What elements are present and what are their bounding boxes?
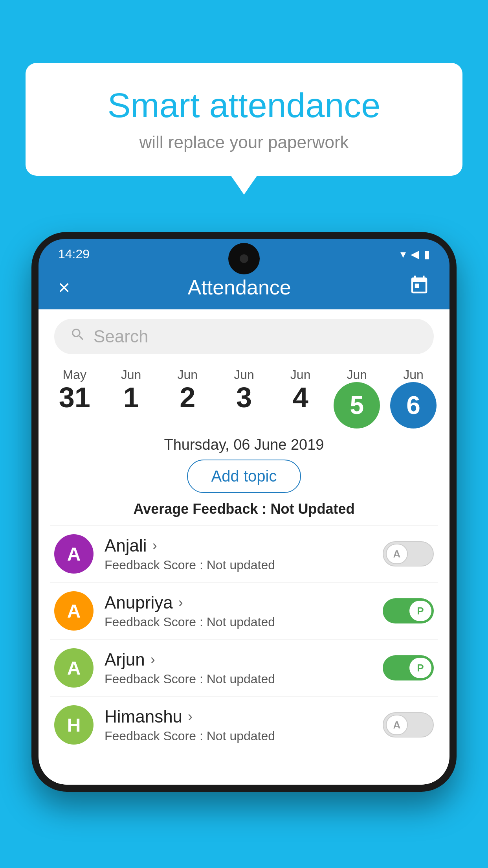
- status-icons: ▾ ◀ ▮: [400, 248, 430, 261]
- student-name-text: Anjali: [105, 536, 147, 555]
- phone-container: 14:29 ▾ ◀ ▮ × Attendance: [31, 232, 457, 868]
- avatar: A: [54, 648, 94, 688]
- student-name: Anjali›: [105, 536, 383, 555]
- status-bar: 14:29 ▾ ◀ ▮: [39, 239, 449, 265]
- student-name: Arjun›: [105, 650, 383, 669]
- feedback-label: Feedback Score :: [105, 615, 207, 629]
- chevron-right-icon: ›: [150, 651, 155, 668]
- notch-camera: [240, 254, 248, 263]
- speech-bubble: Smart attendance will replace your paper…: [26, 63, 462, 176]
- attendance-toggle[interactable]: A: [383, 541, 434, 566]
- toggle-knob: P: [409, 658, 431, 678]
- student-item[interactable]: AAnjali›Feedback Score : Not updatedA: [50, 525, 438, 582]
- feedback-score: Feedback Score : Not updated: [105, 729, 383, 743]
- student-info: Himanshu›Feedback Score : Not updated: [105, 707, 383, 743]
- student-item[interactable]: HHimanshu›Feedback Score : Not updatedA: [50, 696, 438, 753]
- calendar-day[interactable]: Jun3: [218, 368, 270, 428]
- signal-icon: ◀: [411, 248, 419, 261]
- student-item[interactable]: AAnupriya›Feedback Score : Not updatedP: [50, 582, 438, 639]
- calendar-day[interactable]: Jun1: [106, 368, 157, 428]
- cal-date: 1: [123, 382, 139, 413]
- toggle-container[interactable]: P: [383, 655, 434, 680]
- add-topic-button[interactable]: Add topic: [187, 460, 301, 493]
- speech-bubble-container: Smart attendance will replace your paper…: [26, 63, 462, 176]
- cal-month: Jun: [403, 368, 424, 382]
- toggle-knob: P: [409, 601, 431, 621]
- avatar: A: [54, 591, 94, 631]
- cal-month: Jun: [290, 368, 311, 382]
- feedback-label: Feedback Score :: [105, 729, 207, 743]
- cal-month: Jun: [121, 368, 141, 382]
- phone: 14:29 ▾ ◀ ▮ × Attendance: [31, 232, 457, 792]
- close-button[interactable]: ×: [58, 276, 70, 299]
- app-screen: × Attendance Search: [39, 265, 449, 785]
- toggle-knob: A: [386, 715, 408, 735]
- attendance-toggle[interactable]: A: [383, 712, 434, 737]
- attendance-toggle[interactable]: P: [383, 598, 434, 623]
- student-list: AAnjali›Feedback Score : Not updatedAAAn…: [39, 525, 449, 753]
- cal-month: Jun: [234, 368, 254, 382]
- student-name-text: Arjun: [105, 650, 145, 669]
- student-name-text: Anupriya: [105, 593, 173, 612]
- calendar-icon[interactable]: [409, 275, 430, 300]
- app-title: Attendance: [188, 276, 291, 299]
- bubble-subtitle: will replace your paperwork: [57, 132, 431, 152]
- cal-month: Jun: [177, 368, 198, 382]
- feedback-value: Not updated: [207, 729, 275, 743]
- battery-icon: ▮: [424, 248, 430, 261]
- average-feedback: Average Feedback : Not Updated: [39, 501, 449, 525]
- calendar-day[interactable]: May31: [49, 368, 100, 428]
- attendance-toggle[interactable]: P: [383, 655, 434, 680]
- calendar-day[interactable]: Jun5: [331, 368, 382, 428]
- cal-date: 2: [180, 382, 195, 413]
- calendar-day[interactable]: Jun4: [275, 368, 326, 428]
- student-info: Arjun›Feedback Score : Not updated: [105, 650, 383, 686]
- student-name: Anupriya›: [105, 593, 383, 612]
- avatar: A: [54, 534, 94, 574]
- bubble-title: Smart attendance: [57, 86, 431, 125]
- cal-date-selected: 5: [334, 382, 380, 428]
- cal-month: May: [63, 368, 86, 382]
- cal-date: 31: [59, 382, 90, 413]
- cal-date: 4: [293, 382, 308, 413]
- bottom-fade: [39, 753, 449, 785]
- student-info: Anupriya›Feedback Score : Not updated: [105, 593, 383, 629]
- cal-date-selected: 6: [390, 382, 437, 428]
- selected-date-label: Thursday, 06 June 2019: [39, 428, 449, 460]
- avg-feedback-value: Not Updated: [270, 501, 354, 517]
- feedback-value: Not updated: [207, 558, 275, 572]
- calendar-day[interactable]: Jun2: [162, 368, 213, 428]
- chevron-right-icon: ›: [178, 594, 183, 611]
- toggle-knob: A: [386, 544, 408, 564]
- chevron-right-icon: ›: [188, 708, 193, 725]
- search-placeholder: Search: [94, 327, 148, 346]
- student-info: Anjali›Feedback Score : Not updated: [105, 536, 383, 572]
- calendar-day[interactable]: Jun6: [388, 368, 439, 428]
- toggle-container[interactable]: P: [383, 598, 434, 623]
- student-name: Himanshu›: [105, 707, 383, 726]
- feedback-label: Feedback Score :: [105, 558, 207, 572]
- cal-date: 3: [236, 382, 252, 413]
- search-bar[interactable]: Search: [54, 319, 434, 354]
- feedback-label: Feedback Score :: [105, 672, 207, 686]
- feedback-score: Feedback Score : Not updated: [105, 615, 383, 629]
- search-icon: [70, 327, 86, 346]
- cal-month: Jun: [347, 368, 367, 382]
- feedback-score: Feedback Score : Not updated: [105, 672, 383, 686]
- toggle-container[interactable]: A: [383, 712, 434, 737]
- feedback-value: Not updated: [207, 615, 275, 629]
- calendar-strip: May31Jun1Jun2Jun3Jun4Jun5Jun6: [39, 364, 449, 428]
- student-name-text: Himanshu: [105, 707, 182, 726]
- toggle-container[interactable]: A: [383, 541, 434, 566]
- student-item[interactable]: AArjun›Feedback Score : Not updatedP: [50, 639, 438, 696]
- avatar: H: [54, 705, 94, 745]
- feedback-score: Feedback Score : Not updated: [105, 558, 383, 572]
- wifi-icon: ▾: [400, 248, 406, 261]
- status-time: 14:29: [58, 247, 90, 261]
- phone-notch: [228, 243, 260, 274]
- avg-feedback-label: Average Feedback :: [134, 501, 271, 517]
- feedback-value: Not updated: [207, 672, 275, 686]
- chevron-right-icon: ›: [152, 537, 157, 554]
